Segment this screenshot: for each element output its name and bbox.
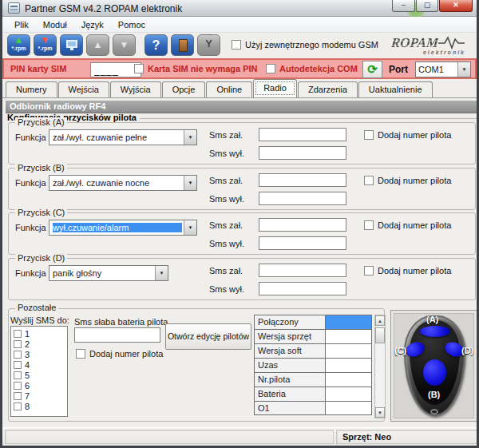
signal-arc-icon: ⌒ xyxy=(198,34,220,41)
table-row: Połączony xyxy=(254,315,372,329)
statusbar: Sprzęt: Neo xyxy=(2,427,477,446)
tab-wejscia[interactable]: Wejścia xyxy=(58,81,109,97)
open-file-icon: ▲ xyxy=(8,35,30,46)
funkcja-select-d[interactable]: panik głośny ▼ xyxy=(49,265,168,281)
statusbar-left-pane xyxy=(5,430,334,444)
pilot-button-b xyxy=(423,359,446,386)
open-rpm-button[interactable]: ▲ *.rpm xyxy=(7,34,30,56)
sms-off-input-d[interactable] xyxy=(259,282,346,295)
upload-config-button[interactable]: ▲ xyxy=(86,34,109,56)
chevron-down-icon: ▼ xyxy=(457,62,470,77)
no-pin-checkbox[interactable]: Karta SIM nie wymaga PIN xyxy=(134,64,258,73)
przycisk-d-group: Przycisk (D) Funkcja panik głośny ▼ Sms … xyxy=(8,258,476,300)
section-header-rf4: Odbiornik radiowy RF4 xyxy=(6,101,478,113)
checkbox-box xyxy=(364,266,374,276)
chevron-down-icon: ▼ xyxy=(155,266,168,280)
autodetect-com-checkbox[interactable]: Autodetekcja COM xyxy=(266,64,358,73)
checkbox-box xyxy=(364,176,374,185)
toolbar: ▲ *.rpm ▼ *.rpm ▲ ▼ ? ⌒ Y Użyj zewnętrzn… xyxy=(2,33,477,58)
sms-on-input-b[interactable] xyxy=(259,173,346,187)
add-pilot-number-checkbox-battery[interactable]: Dodaj numer pilota xyxy=(76,349,163,359)
tab-uaktualnienie[interactable]: Uaktualnienie xyxy=(358,81,433,97)
low-battery-sms-label: Sms słaba bateria pilota xyxy=(74,317,168,327)
sms-number-checkbox-2[interactable]: 2 xyxy=(14,339,67,349)
checkbox-box xyxy=(76,349,85,359)
connect-device-button[interactable] xyxy=(60,34,83,56)
add-pilot-number-checkbox-a[interactable]: Dodaj numer pilota xyxy=(364,130,451,140)
antenna-button[interactable]: ⌒ Y xyxy=(197,34,220,56)
tab-radio[interactable]: Radio xyxy=(253,79,297,97)
add-pilot-number-checkbox-d[interactable]: Dodaj numer pilota xyxy=(364,266,451,276)
przycisk-c-group: Przycisk (C) Funkcja wył.czuwanie/alarm … xyxy=(8,212,476,255)
checkbox-box xyxy=(266,64,275,73)
tab-online[interactable]: Online xyxy=(206,81,252,97)
sms-number-checkbox-7[interactable]: 7 xyxy=(14,391,67,401)
menubar: Plik Moduł Język Pomoc xyxy=(2,17,477,33)
download-config-button[interactable]: ▼ xyxy=(113,34,136,56)
pilot-status-table: Połączony Wersja sprzęt Wersja soft Uzas… xyxy=(254,315,372,418)
tab-opcje[interactable]: Opcje xyxy=(162,81,206,97)
sms-number-checkbox-3[interactable]: 3 xyxy=(14,349,67,359)
refresh-ports-button[interactable]: ⟳ xyxy=(362,61,382,78)
add-pilot-number-checkbox-c[interactable]: Dodaj numer pilota xyxy=(364,220,451,230)
sms-number-checkbox-1[interactable]: 1 xyxy=(14,328,67,339)
close-button[interactable]: ✕ xyxy=(439,0,473,12)
titlebar[interactable]: Partner GSM v4.2 ROPAM elektronik – ▢ ✕ xyxy=(2,0,477,17)
sms-off-input-b[interactable] xyxy=(259,192,346,205)
sms-on-input-d[interactable] xyxy=(259,264,346,277)
sms-number-checkbox-5[interactable]: 5 xyxy=(14,370,67,380)
sms-number-checkbox-8[interactable]: 8 xyxy=(14,401,67,411)
low-battery-sms-input[interactable] xyxy=(74,327,160,343)
funkcja-select-b[interactable]: zał./wył. czuwanie nocne ▼ xyxy=(49,175,197,191)
funkcja-select-a[interactable]: zał./wył. czuwanie pełne ▼ xyxy=(49,129,197,145)
port-select[interactable]: COM1 ▼ xyxy=(415,61,471,77)
save-file-icon: ▼ xyxy=(34,35,56,46)
table-row: Nr.pilota xyxy=(254,372,372,387)
funkcja-select-c[interactable]: wył.czuwanie/alarm ▼ xyxy=(49,220,197,236)
sms-number-checkbox-4[interactable]: 4 xyxy=(14,359,67,370)
checkbox-box xyxy=(364,220,374,230)
pin-row: PIN karty SIM Karta SIM nie wymaga PIN A… xyxy=(2,58,477,79)
caption-buttons: – ▢ ✕ xyxy=(391,0,473,12)
pilot-label-b: (B) xyxy=(428,390,440,399)
module-icon xyxy=(179,39,188,52)
open-pilot-editor-button[interactable]: Otwórz edycję pilotów xyxy=(165,323,251,350)
menu-plik[interactable]: Plik xyxy=(7,18,36,31)
tabstrip: Numery Wejścia Wyjścia Opcje Online Radi… xyxy=(2,80,477,98)
menu-pomoc[interactable]: Pomoc xyxy=(111,18,152,31)
menu-modul[interactable]: Moduł xyxy=(36,18,74,31)
scroll-thumb[interactable] xyxy=(375,327,385,343)
przycisk-b-group: Przycisk (B) Funkcja zał./wył. czuwanie … xyxy=(8,168,476,210)
divider xyxy=(140,118,477,119)
sms-on-input-a[interactable] xyxy=(259,128,346,141)
save-rpm-button[interactable]: ▼ *.rpm xyxy=(34,34,57,56)
table-row: Wersja sprzęt xyxy=(254,329,372,343)
pozostale-legend: Pozostałe xyxy=(15,303,58,312)
chevron-down-icon: ▼ xyxy=(184,220,196,235)
logo-waveform-icon xyxy=(438,35,465,51)
sms-number-checkbox-6[interactable]: 6 xyxy=(14,380,67,391)
menu-jezyk[interactable]: Język xyxy=(74,18,111,31)
tab-zdarzenia[interactable]: Zdarzenia xyxy=(298,81,358,97)
add-pilot-number-checkbox-b[interactable]: Dodaj numer pilota xyxy=(364,176,451,185)
monitor-icon xyxy=(66,40,77,48)
module-button[interactable] xyxy=(171,34,194,56)
tab-numery[interactable]: Numery xyxy=(6,81,57,97)
pilot-label-c: (C) xyxy=(394,346,406,355)
help-button[interactable]: ? xyxy=(144,34,168,56)
table-scrollbar[interactable]: ▲ ▼ xyxy=(374,315,386,418)
logo-brand: ROPAM xyxy=(390,35,439,51)
scroll-up-icon[interactable]: ▲ xyxy=(375,315,385,326)
minimize-button[interactable]: – xyxy=(392,0,415,12)
sms-off-input-c[interactable] xyxy=(259,236,346,250)
przycisk-a-group: Przycisk (A) Funkcja zał./wył. czuwanie … xyxy=(8,122,476,165)
tab-wyjscia[interactable]: Wyjścia xyxy=(110,81,161,97)
maximize-button[interactable]: ▢ xyxy=(416,0,438,12)
external-modem-checkbox[interactable]: Użyj zewnętrznego modemu GSM xyxy=(232,40,378,50)
group-title-row: Konfiguracja przycisków pilota xyxy=(7,113,477,122)
table-row: Uzas xyxy=(254,358,372,372)
sms-on-input-c[interactable] xyxy=(259,218,346,232)
scroll-down-icon[interactable]: ▼ xyxy=(375,407,385,418)
table-row: Wersja soft xyxy=(254,343,372,358)
sms-off-input-a[interactable] xyxy=(259,146,346,160)
